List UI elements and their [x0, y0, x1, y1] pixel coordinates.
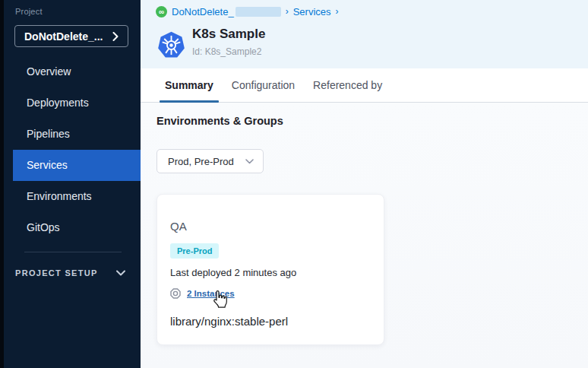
environment-name: QA — [170, 220, 187, 233]
chevron-right-icon — [112, 32, 119, 41]
tab-summary[interactable]: Summary — [165, 68, 213, 103]
environment-card-qa: QA Pre-Prod Last deployed 2 minutes ago … — [156, 194, 384, 345]
breadcrumb-separator: › — [336, 6, 339, 17]
sidebar: Project DoNotDelete_... Overview Deploym… — [0, 0, 141, 368]
app-window: Project DoNotDelete_... Overview Deploym… — [0, 0, 588, 368]
project-setup-label: PROJECT SETUP — [15, 268, 98, 278]
project-label: Project — [15, 7, 43, 16]
instances-row: 2 Instances — [170, 288, 235, 299]
sidebar-item-deployments[interactable]: Deployments — [13, 87, 141, 119]
sidebar-item-gitops[interactable]: GitOps — [13, 212, 141, 243]
sidebar-item-overview[interactable]: Overview — [13, 56, 141, 87]
sidebar-divider — [24, 252, 122, 252]
chevron-down-icon — [116, 270, 125, 276]
chevron-down-icon — [245, 159, 254, 164]
sidebar-item-pipelines[interactable]: Pipelines — [13, 119, 141, 150]
page-title: K8s Sample — [192, 27, 265, 42]
summary-content: Environments & Groups Prod, Pre-Prod QA … — [141, 103, 588, 368]
redacted-text — [236, 7, 281, 17]
breadcrumb-project-link[interactable]: DoNotDelete_ — [172, 6, 234, 17]
sidebar-item-services[interactable]: Services — [13, 150, 141, 181]
tab-configuration[interactable]: Configuration — [232, 68, 295, 103]
kubernetes-icon — [157, 31, 185, 59]
section-title: Environments & Groups — [156, 115, 283, 127]
main-area: ∞ DoNotDelete_ › Services › — [141, 0, 588, 368]
environment-filter-dropdown[interactable]: Prod, Pre-Prod — [156, 149, 264, 173]
breadcrumb-separator: › — [286, 6, 289, 17]
last-deployed-text: Last deployed 2 minutes ago — [170, 267, 296, 278]
environment-type-badge: Pre-Prod — [170, 243, 219, 259]
breadcrumb: ∞ DoNotDelete_ › Services › — [156, 5, 339, 18]
environment-filter-value: Prod, Pre-Prod — [168, 156, 234, 167]
project-setup-toggle[interactable]: PROJECT SETUP — [15, 265, 125, 281]
tab-referenced-by[interactable]: Referenced by — [313, 68, 382, 103]
project-selector-value: DoNotDelete_... — [24, 30, 103, 43]
sidebar-nav: Overview Deployments Pipelines Services … — [0, 56, 141, 243]
sidebar-item-environments[interactable]: Environments — [13, 181, 141, 212]
artifact-name: library/nginx:stable-perl — [170, 315, 288, 328]
page-header: ∞ DoNotDelete_ › Services › — [141, 0, 588, 68]
instances-link[interactable]: 2 Instances — [187, 289, 235, 298]
breadcrumb-services-link[interactable]: Services — [293, 6, 331, 17]
instances-icon — [170, 288, 181, 299]
page-id: Id: K8s_Sample2 — [192, 46, 261, 57]
harness-module-icon: ∞ — [156, 6, 167, 17]
tabbar: Summary Configuration Referenced by — [141, 68, 588, 103]
project-selector[interactable]: DoNotDelete_... — [14, 25, 128, 47]
